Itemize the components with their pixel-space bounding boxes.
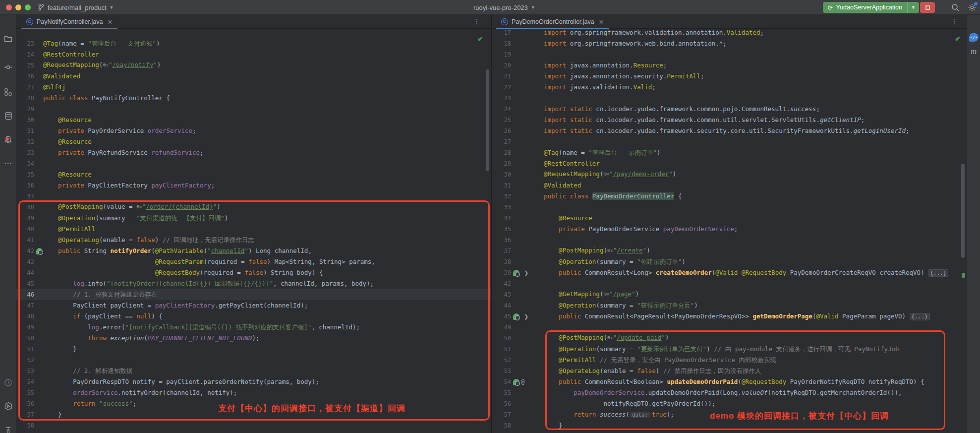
line-number[interactable]: 42 — [16, 247, 34, 254]
code-line[interactable]: 19 — [493, 49, 967, 60]
structure-tool-button[interactable] — [0, 84, 16, 99]
line-number[interactable]: 38 — [493, 258, 511, 265]
commit-tool-button[interactable] — [0, 60, 16, 74]
line-number[interactable]: 37 — [493, 247, 511, 254]
settings-button[interactable] — [968, 3, 977, 14]
line-number[interactable]: 48 — [16, 313, 34, 320]
line-number[interactable]: 46 — [16, 291, 34, 298]
code-line[interactable]: 24import static cn.iocoder.yudao.framewo… — [493, 104, 967, 115]
line-number[interactable]: 54 — [493, 378, 511, 385]
code-line[interactable]: 25@RequestMapping(⊕∨"/pay/notify") — [16, 60, 491, 71]
line-number[interactable]: 36 — [16, 182, 34, 189]
code-line[interactable]: 52 @PermitAll // 无需登录，安全由 PayDemoOrderSe… — [493, 355, 967, 366]
code-line[interactable]: 58 — [16, 420, 491, 431]
code-line[interactable]: 36 private PayClientFactory payClientFac… — [16, 180, 491, 191]
code-area-left[interactable]: 23@Tag(name = "管理后台 - 支付通知")24@RestContr… — [16, 29, 491, 433]
code-line[interactable]: 44 @Operation(summary = "获得示例订单分页") — [493, 300, 967, 311]
line-number[interactable]: 24 — [16, 51, 34, 58]
code-line[interactable]: 33 — [493, 202, 967, 213]
code-line[interactable]: 49 log.error("[notifyCallback][渠道编号({}) … — [16, 322, 491, 333]
line-number[interactable]: 52 — [16, 357, 34, 364]
line-number[interactable]: 57 — [493, 411, 511, 418]
code-line[interactable]: 29@RestController — [493, 158, 967, 169]
code-line[interactable]: 28@Tag(name = "管理后台 - 示例订单") — [493, 147, 967, 158]
line-number[interactable]: 41 — [16, 237, 34, 244]
line-number[interactable]: 38 — [16, 204, 34, 211]
code-line[interactable]: 43 @RequestParam(required = false) Map<S… — [16, 256, 491, 267]
line-number[interactable]: 30 — [16, 117, 34, 124]
code-line[interactable]: 28public class PayNotifyController { — [16, 93, 491, 104]
fold-arrow-icon[interactable]: ❯ — [524, 313, 528, 320]
line-number[interactable]: 27 — [493, 138, 511, 145]
code-line[interactable]: 59 @PostMapping(value = ⊕∨"/refund/{chan… — [16, 431, 491, 433]
line-number[interactable]: 56 — [493, 400, 511, 407]
code-line[interactable]: 26@Validated — [16, 71, 491, 82]
project-tool-button[interactable] — [0, 31, 16, 46]
code-line[interactable]: 18import org.springframework.web.bind.an… — [493, 38, 967, 49]
code-line[interactable]: 39❯ public CommonResult<Long> createDemo… — [493, 267, 967, 278]
line-number[interactable]: 32 — [493, 193, 511, 200]
close-tab-icon[interactable]: ✕ — [107, 18, 113, 26]
code-line[interactable]: 52 — [16, 355, 491, 366]
code-line[interactable]: 57 } — [16, 409, 491, 420]
ai-chat-icon[interactable]: </> — [969, 33, 979, 42]
line-number[interactable]: 29 — [16, 106, 34, 113]
line-number[interactable]: 49 — [16, 324, 34, 331]
code-line[interactable]: 36 — [493, 235, 967, 246]
code-line[interactable]: 32public class PayDemoOrderController { — [493, 191, 967, 202]
line-number[interactable]: 22 — [493, 84, 511, 91]
window-minimize-button[interactable] — [15, 4, 21, 10]
line-number[interactable]: 37 — [16, 193, 34, 200]
line-number[interactable]: 26 — [493, 127, 511, 134]
code-line[interactable]: 41 @OperateLog(enable = false) // 回调地址，无… — [16, 235, 491, 246]
line-number[interactable]: 18 — [493, 40, 511, 47]
code-line[interactable]: 27@Slf4j — [16, 82, 491, 93]
api-endpoint-gutter-icon[interactable] — [513, 379, 519, 385]
line-number[interactable]: 19 — [493, 51, 511, 58]
line-number[interactable]: 34 — [493, 215, 511, 222]
line-number[interactable]: 51 — [16, 346, 34, 353]
code-line[interactable]: 17import org.springframework.validation.… — [493, 29, 967, 38]
more-tool-button[interactable]: ⋯ — [0, 156, 16, 171]
line-number[interactable]: 21 — [493, 73, 511, 80]
code-line[interactable]: 55 orderService.notifyOrder(channelId, n… — [16, 387, 491, 398]
project-selector[interactable]: ruoyi-vue-pro-2023 ▼ — [473, 1, 535, 13]
rerun-button[interactable]: ⟳ YudaoServerApplication — [823, 2, 907, 13]
code-line[interactable]: 43 @GetMapping(⊕∨"/page") — [493, 289, 967, 300]
code-line[interactable]: 38 @PostMapping(value = ⊕∨"/order/{chann… — [16, 202, 491, 213]
line-number[interactable]: 54 — [16, 378, 34, 385]
code-line[interactable]: 45 log.info("[notifyOrder][channelId({})… — [16, 278, 491, 289]
code-line[interactable]: 35 private PayDemoOrderService payDemoOr… — [493, 224, 967, 235]
code-line[interactable]: 56 notifyReqDTO.getPayOrderId()); — [493, 398, 967, 409]
code-line[interactable]: 51 @Operation(summary = "更新示例订单为已支付") //… — [493, 344, 967, 355]
line-number[interactable]: 31 — [493, 182, 511, 189]
search-button[interactable] — [951, 3, 960, 12]
tab-paynotifycontroller[interactable]: C PayNotifyController.java ✕ — [21, 15, 117, 29]
code-line[interactable]: 24@RestController — [16, 49, 491, 60]
code-line[interactable]: 45❯ public CommonResult<PageResult<PayDe… — [493, 311, 967, 322]
code-line[interactable]: 26import static cn.iocoder.yudao.framewo… — [493, 125, 967, 136]
line-number[interactable]: 24 — [493, 106, 511, 113]
line-number[interactable]: 45 — [16, 280, 34, 287]
code-line[interactable]: 37 — [16, 191, 491, 202]
stop-button[interactable] — [920, 2, 935, 13]
line-number[interactable]: 32 — [16, 138, 34, 145]
code-line[interactable]: 48 if (payClient == null) { — [16, 311, 491, 322]
line-number[interactable]: 28 — [16, 95, 34, 102]
line-number[interactable]: 58 — [493, 422, 511, 429]
code-line[interactable]: 31@Validated — [493, 180, 967, 191]
line-number[interactable]: 49 — [493, 324, 511, 331]
line-number[interactable]: 33 — [16, 149, 34, 156]
code-line[interactable]: 53 // 2. 解析通知数据 — [16, 366, 491, 376]
code-line[interactable]: 53 @OperateLog(enable = false) // 禁用操作日志… — [493, 366, 967, 376]
run-config-dropdown[interactable]: ▼ — [907, 2, 919, 13]
code-line[interactable]: 47 PayClient payClient = payClientFactor… — [16, 300, 491, 311]
api-endpoint-gutter-icon[interactable] — [513, 270, 519, 276]
code-area-right[interactable]: 17import org.springframework.validation.… — [493, 29, 967, 433]
code-line[interactable]: 40 @PermitAll — [16, 224, 491, 235]
close-tab-icon[interactable]: ✕ — [599, 18, 604, 26]
line-number[interactable]: 43 — [493, 291, 511, 298]
line-number[interactable]: 42 — [493, 280, 511, 287]
line-number[interactable]: 50 — [16, 335, 34, 342]
code-line[interactable]: 23 — [493, 93, 967, 104]
